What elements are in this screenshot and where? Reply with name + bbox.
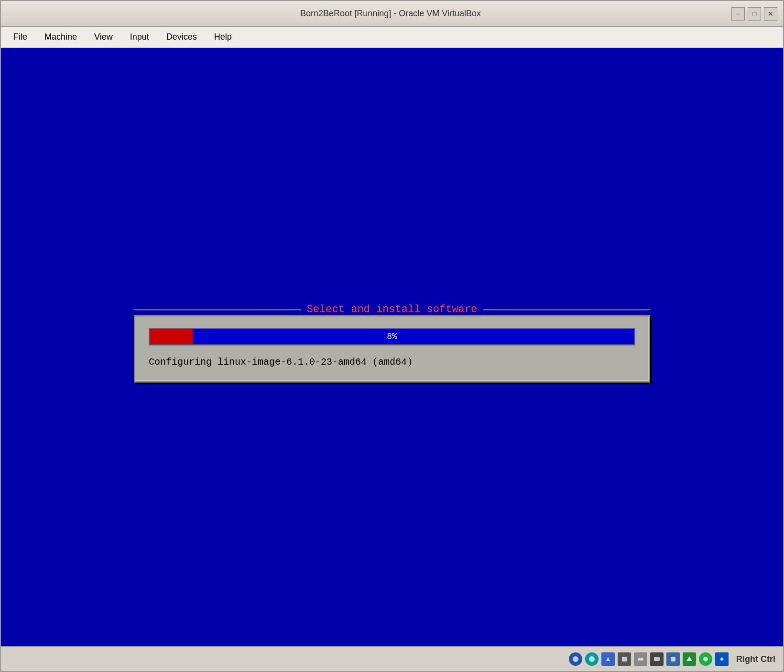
dialog-title-bar: Select and install software [134, 303, 650, 315]
svg-point-7 [703, 657, 708, 661]
progress-percent: 8% [387, 332, 397, 341]
menu-input[interactable]: Input [122, 29, 157, 45]
minimize-button[interactable]: − [731, 7, 745, 21]
progress-bar-red [150, 329, 193, 344]
dialog-title: Select and install software [301, 303, 483, 315]
status-icon-5[interactable] [634, 652, 647, 666]
status-text: Configuring linux-image-6.1.0-23-amd64 (… [149, 355, 635, 369]
dialog-body: 8% Configuring linux-image-6.1.0-23-amd6… [134, 315, 650, 382]
status-icon-3[interactable] [601, 652, 615, 666]
menu-bar: File Machine View Input Devices Help [1, 27, 783, 48]
menu-file[interactable]: File [6, 29, 35, 45]
close-button[interactable]: ✕ [764, 7, 777, 21]
title-line-left [134, 309, 301, 310]
progress-container: 8% [149, 328, 635, 345]
svg-point-1 [589, 656, 595, 662]
virtualbox-window: Born2BeRoot [Running] - Oracle VM Virtua… [0, 0, 784, 672]
right-ctrl-label: Right Ctrl [736, 654, 775, 664]
menu-view[interactable]: View [87, 29, 120, 45]
svg-rect-5 [654, 657, 660, 661]
menu-help[interactable]: Help [207, 29, 240, 45]
status-icons: Right Ctrl [569, 652, 775, 666]
status-bar: Right Ctrl [1, 646, 783, 671]
status-icon-4[interactable] [618, 652, 631, 666]
svg-rect-6 [671, 657, 675, 661]
window-title: Born2BeRoot [Running] - Oracle VM Virtua… [50, 9, 731, 19]
svg-rect-4 [638, 658, 643, 661]
status-icon-8[interactable] [683, 652, 696, 666]
status-icon-2[interactable] [585, 652, 599, 666]
svg-marker-2 [606, 657, 610, 661]
title-line-right [483, 309, 650, 310]
window-controls: − □ ✕ [731, 7, 777, 21]
status-icon-9[interactable] [699, 652, 712, 666]
maximize-button[interactable]: □ [748, 7, 761, 21]
menu-machine[interactable]: Machine [37, 29, 85, 45]
progress-bar: 8% [149, 328, 635, 345]
status-icon-6[interactable] [650, 652, 664, 666]
svg-rect-3 [622, 657, 627, 661]
status-icon-7[interactable] [666, 652, 680, 666]
install-dialog: Select and install software 8% Configuri… [134, 303, 650, 382]
vm-screen[interactable]: Select and install software 8% Configuri… [1, 48, 783, 646]
progress-bar-blue [193, 329, 634, 344]
status-icon-1[interactable] [569, 652, 582, 666]
menu-devices[interactable]: Devices [159, 29, 205, 45]
status-icon-10[interactable] [715, 652, 729, 666]
title-bar: Born2BeRoot [Running] - Oracle VM Virtua… [1, 1, 783, 27]
svg-point-0 [573, 656, 578, 662]
